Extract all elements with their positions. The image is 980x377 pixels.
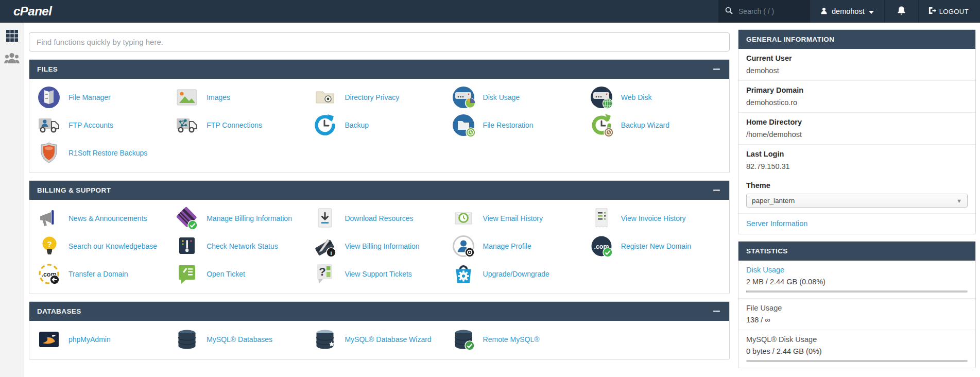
section-files: FILESFile ManagerImagesDirectory Privacy… — [29, 59, 730, 173]
collapse-section-button[interactable] — [711, 306, 721, 317]
app-item-label: View Invoice History — [621, 214, 686, 222]
app-item-register-new-domain[interactable]: .comRegister New Domain — [587, 233, 725, 260]
right-sidebar: GENERAL INFORMATION Current Userdemohost… — [738, 23, 980, 377]
remote-mysql-icon — [451, 327, 476, 352]
user-manager-button[interactable] — [4, 53, 20, 66]
r1soft-restore-backups-icon — [37, 141, 61, 165]
left-rail — [0, 23, 24, 377]
info-row-last-login: Last Login82.79.150.31 — [738, 145, 975, 176]
app-item-backup[interactable]: Backup — [311, 112, 449, 139]
app-item-disk-usage[interactable]: Disk Usage — [449, 84, 587, 111]
section-header-billing: BILLING & SUPPORT — [29, 181, 729, 200]
app-item-check-network-status[interactable]: Check Network Status — [173, 233, 311, 260]
section-title: FILES — [37, 65, 58, 73]
app-item-news-announcements[interactable]: News & Announcements — [35, 205, 173, 232]
logout-label: LOGOUT — [939, 8, 969, 15]
theme-select[interactable]: paper_lantern ▼ — [746, 194, 968, 208]
statistics-header: STATISTICS — [738, 242, 975, 261]
app-item-label: Download Resources — [345, 214, 413, 222]
app-item-upgrade-downgrade[interactable]: Upgrade/Downgrade — [449, 261, 587, 287]
collapse-section-button[interactable] — [711, 185, 721, 196]
section-items: File ManagerImagesDirectory PrivacyDisk … — [29, 79, 729, 173]
view-invoice-history-icon — [589, 206, 614, 231]
app-item-manage-billing-information[interactable]: Manage Billing Information — [173, 205, 311, 232]
app-item-backup-wizard[interactable]: Backup Wizard — [587, 112, 725, 139]
app-item-label: News & Announcements — [68, 214, 147, 222]
page-body: FILESFile ManagerImagesDirectory Privacy… — [0, 23, 980, 377]
app-item-web-disk[interactable]: Web Disk — [587, 84, 725, 111]
app-item-mysql-databases[interactable]: MySQL® Databases — [173, 326, 311, 353]
svg-text:?: ? — [47, 239, 51, 248]
app-item-directory-privacy[interactable]: Directory Privacy — [311, 84, 449, 111]
general-information-rows: Current UserdemohostPrimary Domaindemoho… — [738, 49, 975, 176]
app-item-file-manager[interactable]: File Manager — [35, 84, 173, 111]
app-item-remote-mysql[interactable]: Remote MySQL® — [449, 326, 587, 353]
app-item-r1soft-restore-backups[interactable]: R1Soft Restore Backups — [35, 140, 173, 166]
section-title: BILLING & SUPPORT — [37, 186, 111, 194]
app-item-download-resources[interactable]: Download Resources — [311, 205, 449, 232]
minus-icon — [713, 311, 720, 312]
app-item-view-email-history[interactable]: View Email History — [449, 205, 587, 232]
user-name: demohost — [832, 7, 865, 15]
backup-wizard-icon — [589, 113, 614, 138]
upgrade-downgrade-icon — [451, 262, 476, 286]
manage-billing-information-icon — [175, 206, 199, 231]
app-item-ftp-connections[interactable]: FTP Connections — [173, 112, 311, 139]
apps-grid-button[interactable] — [4, 30, 20, 43]
find-functions-input[interactable] — [29, 32, 730, 52]
app-item-label: MySQL® Database Wizard — [345, 335, 431, 344]
statistics-panel: STATISTICS Disk Usage2 MB / 2.44 GB (0.0… — [738, 241, 976, 368]
info-value: /home/demohost — [746, 130, 968, 139]
usage-progress-bar — [746, 290, 968, 293]
minus-icon — [713, 190, 720, 191]
app-item-label: Manage Profile — [483, 242, 531, 250]
user-menu[interactable]: demohost — [810, 0, 884, 23]
file-restoration-icon — [451, 113, 476, 138]
stat-value: 138 / ∞ — [746, 316, 968, 324]
topbar-search[interactable] — [718, 0, 810, 23]
info-value: demohost — [746, 66, 968, 75]
ftp-accounts-icon — [37, 113, 61, 138]
server-information-link[interactable]: Server Information — [746, 219, 807, 228]
section-items: phpMyAdminMySQL® DatabasesMySQL® Databas… — [29, 321, 729, 359]
logout-icon — [928, 7, 936, 16]
collapse-section-button[interactable] — [711, 64, 721, 75]
ftp-connections-icon — [175, 113, 199, 138]
disk-usage-icon — [451, 85, 476, 110]
view-email-history-icon — [451, 206, 476, 231]
search-icon — [725, 7, 733, 16]
file-manager-icon — [37, 85, 61, 110]
app-item-view-billing-information[interactable]: iView Billing Information — [311, 233, 449, 260]
app-item-view-support-tickets[interactable]: ?View Support Tickets — [311, 261, 449, 287]
stat-row-file-usage: File Usage138 / ∞ — [738, 299, 975, 330]
app-item-file-restoration[interactable]: File Restoration — [449, 112, 587, 139]
stat-row-mysql-disk-usage: MySQL® Disk Usage0 bytes / 2.44 GB (0%) — [738, 330, 975, 368]
app-item-view-invoice-history[interactable]: View Invoice History — [587, 205, 725, 232]
app-item-images[interactable]: Images — [173, 84, 311, 111]
app-item-manage-profile[interactable]: Manage Profile — [449, 233, 587, 260]
topbar-search-input[interactable] — [737, 7, 803, 16]
app-item-phpmyadmin[interactable]: phpMyAdmin — [35, 326, 173, 353]
download-resources-icon — [313, 206, 337, 231]
logout-button[interactable]: LOGOUT — [918, 0, 980, 23]
stat-value: 0 bytes / 2.44 GB (0%) — [746, 347, 968, 355]
app-item-label: Web Disk — [621, 93, 652, 101]
app-item-ftp-accounts[interactable]: FTP Accounts — [35, 112, 173, 139]
app-item-open-ticket[interactable]: Open Ticket — [173, 261, 311, 287]
section-billing: BILLING & SUPPORTNews & AnnouncementsMan… — [29, 180, 730, 294]
notifications-button[interactable] — [884, 0, 918, 23]
info-label: Current User — [746, 54, 968, 62]
usage-progress-bar — [746, 360, 968, 362]
app-item-transfer-a-domain[interactable]: .comTransfer a Domain — [35, 261, 173, 287]
statistics-rows: Disk Usage2 MB / 2.44 GB (0.08%)File Usa… — [738, 261, 975, 368]
mysql-databases-icon — [175, 327, 199, 352]
register-new-domain-icon: .com — [589, 234, 614, 259]
app-item-label: Remote MySQL® — [483, 335, 540, 344]
minus-icon — [713, 68, 720, 70]
app-item-label: Search our Knowledgebase — [68, 242, 157, 250]
stat-label-link[interactable]: Disk Usage — [746, 266, 968, 274]
app-item-mysql-database-wizard[interactable]: MySQL® Database Wizard — [311, 326, 449, 353]
manage-profile-icon — [451, 234, 476, 259]
app-item-search-our-knowledgebase[interactable]: ?Search our Knowledgebase — [35, 233, 173, 260]
section-databases: DATABASESphpMyAdminMySQL® DatabasesMySQL… — [29, 301, 730, 359]
